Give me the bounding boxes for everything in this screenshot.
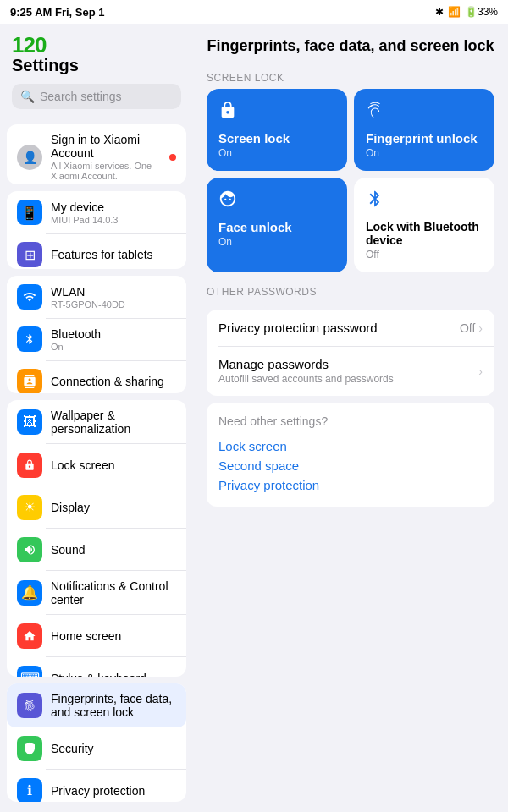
sidebar-item-home-screen[interactable]: Home screen <box>7 615 186 657</box>
privacy-password-value: Off <box>460 321 475 335</box>
bluetooth-text: Bluetooth On <box>51 327 176 352</box>
stylus-label: Stylus & keyboard <box>51 672 176 677</box>
sidebar-item-stylus-keyboard[interactable]: ⌨ Stylus & keyboard <box>7 657 186 677</box>
app-title-block: 120 Settings <box>12 34 181 75</box>
privacy-password-right: Off › <box>460 321 483 335</box>
home-screen-text: Home screen <box>51 629 176 643</box>
features-icon: ⊞ <box>17 242 42 267</box>
connection-text: Connection & sharing <box>51 375 176 388</box>
sidebar-item-wallpaper[interactable]: 🖼 Wallpaper & personalization <box>7 400 186 444</box>
notifications-text: Notifications & Control center <box>51 579 176 606</box>
panel-title: Fingerprints, face data, and screen lock <box>193 24 508 65</box>
other-settings-title: Need other settings? <box>218 414 483 428</box>
bluetooth-status-icon: ✱ <box>435 6 444 18</box>
sidebar-item-wlan[interactable]: WLAN RT-5GPON-40DD <box>7 276 186 318</box>
sidebar-item-account[interactable]: 👤 Sign in to Xiaomi Account All Xiaomi s… <box>7 124 186 184</box>
privacy-text: Privacy protection <box>51 784 176 798</box>
other-passwords-label: OTHER PASSWORDS <box>193 279 508 303</box>
my-device-sublabel: MIUI Pad 14.0.3 <box>51 215 176 225</box>
main-panel: Fingerprints, face data, and screen lock… <box>193 24 508 812</box>
sidebar-item-lock-screen[interactable]: Lock screen <box>7 444 186 486</box>
section-security: Fingerprints, face data, and screen lock… <box>7 683 186 802</box>
features-text: Features for tablets <box>51 248 176 261</box>
other-passwords-section: Privacy protection password Off › Manage… <box>207 310 494 396</box>
app-miui-logo: 120 <box>12 34 181 56</box>
account-notification-dot <box>169 154 176 161</box>
sidebar-item-security[interactable]: Security <box>7 727 186 770</box>
lock-screen-text: Lock screen <box>51 458 176 472</box>
wlan-icon <box>17 284 42 310</box>
notifications-icon: 🔔 <box>17 580 42 606</box>
sidebar-item-my-device[interactable]: 📱 My device MIUI Pad 14.0.3 <box>7 191 186 233</box>
status-time: 9:25 AM Fri, Sep 1 <box>10 6 105 19</box>
features-label: Features for tablets <box>51 248 176 261</box>
connection-label: Connection & sharing <box>51 375 176 388</box>
search-icon: 🔍 <box>20 90 35 103</box>
wifi-status-icon: 📶 <box>448 6 461 18</box>
face-unlock-card-title: Face unlock <box>218 220 335 234</box>
sidebar-header: 120 Settings 🔍 <box>0 24 193 121</box>
status-bar: 9:25 AM Fri, Sep 1 ✱ 📶 🔋33% <box>0 0 508 24</box>
display-text: Display <box>51 501 176 514</box>
connection-icon <box>17 369 42 392</box>
bluetooth-label: Bluetooth <box>51 327 176 341</box>
security-text: Security <box>51 742 176 755</box>
screen-lock-section-label: SCREEN LOCK <box>193 65 508 89</box>
bluetooth-device-card-status: Off <box>366 249 483 261</box>
section-appearance: 🖼 Wallpaper & personalization Lock scree… <box>7 400 186 677</box>
wlan-text: WLAN RT-5GPON-40DD <box>51 285 176 310</box>
manage-passwords-content: Manage passwords Autofill saved accounts… <box>218 357 478 385</box>
sidebar-item-notifications[interactable]: 🔔 Notifications & Control center <box>7 571 186 615</box>
screen-lock-card-title: Screen lock <box>218 131 335 145</box>
search-bar[interactable]: 🔍 <box>12 84 181 109</box>
account-label: Sign in to Xiaomi Account <box>51 133 161 160</box>
account-sublabel: All Xiaomi services. One Xiaomi Account. <box>51 161 161 181</box>
face-unlock-card[interactable]: Face unlock On <box>207 178 347 272</box>
sidebar-item-features-for-tablets[interactable]: ⊞ Features for tablets <box>7 233 186 269</box>
sidebar-item-privacy-protection[interactable]: ℹ Privacy protection <box>7 770 186 802</box>
bluetooth-device-card-icon <box>366 189 483 213</box>
screen-lock-card[interactable]: Screen lock On <box>207 89 347 171</box>
link-privacy-protection[interactable]: Privacy protection <box>218 475 483 495</box>
display-label: Display <box>51 501 176 514</box>
battery-icon: 🔋33% <box>465 6 498 18</box>
section-device: 📱 My device MIUI Pad 14.0.3 ⊞ Features f… <box>7 191 186 269</box>
lock-screen-icon <box>17 453 42 478</box>
manage-passwords-row[interactable]: Manage passwords Autofill saved accounts… <box>207 346 494 396</box>
screen-lock-cards-grid: Screen lock On Fingerprint unlock On Fac… <box>193 89 508 279</box>
bluetooth-device-card-title: Lock with Bluetooth device <box>366 220 483 247</box>
sidebar-item-sound[interactable]: Sound <box>7 529 186 571</box>
fingerprints-text: Fingerprints, face data, and screen lock <box>51 692 176 719</box>
sidebar-item-bluetooth[interactable]: Bluetooth On <box>7 318 186 360</box>
link-second-space[interactable]: Second space <box>218 456 483 475</box>
my-device-text: My device MIUI Pad 14.0.3 <box>51 200 176 225</box>
privacy-password-chevron: › <box>478 321 483 335</box>
section-connectivity: WLAN RT-5GPON-40DD Bluetooth On Connec <box>7 276 186 392</box>
privacy-password-content: Privacy protection password <box>218 321 460 335</box>
home-screen-label: Home screen <box>51 629 176 643</box>
search-input[interactable] <box>40 90 173 103</box>
display-icon: ☀ <box>17 495 42 520</box>
manage-passwords-title: Manage passwords <box>218 357 478 371</box>
security-label: Security <box>51 742 176 755</box>
sidebar-item-connection-sharing[interactable]: Connection & sharing <box>7 360 186 392</box>
privacy-password-row[interactable]: Privacy protection password Off › <box>207 310 494 346</box>
bluetooth-device-card[interactable]: Lock with Bluetooth device Off <box>354 178 494 272</box>
sidebar-item-display[interactable]: ☀ Display <box>7 486 186 529</box>
fingerprint-unlock-card[interactable]: Fingerprint unlock On <box>354 89 494 171</box>
account-section: 👤 Sign in to Xiaomi Account All Xiaomi s… <box>7 124 186 184</box>
privacy-password-title: Privacy protection password <box>218 321 460 335</box>
link-lock-screen[interactable]: Lock screen <box>218 436 483 456</box>
other-settings-box: Need other settings? Lock screen Second … <box>207 403 494 507</box>
wallpaper-icon: 🖼 <box>17 409 42 435</box>
screen-lock-card-icon <box>218 101 335 124</box>
fingerprints-icon <box>17 693 42 718</box>
sidebar: 120 Settings 🔍 👤 Sign in to Xiaomi Accou… <box>0 24 193 812</box>
stylus-text: Stylus & keyboard <box>51 672 176 677</box>
account-text: Sign in to Xiaomi Account All Xiaomi ser… <box>51 133 161 181</box>
status-icons: ✱ 📶 🔋33% <box>435 6 498 18</box>
sidebar-item-fingerprints[interactable]: Fingerprints, face data, and screen lock <box>7 683 186 727</box>
fingerprint-card-icon <box>366 101 483 124</box>
my-device-icon: 📱 <box>17 200 42 225</box>
stylus-icon: ⌨ <box>17 666 42 677</box>
